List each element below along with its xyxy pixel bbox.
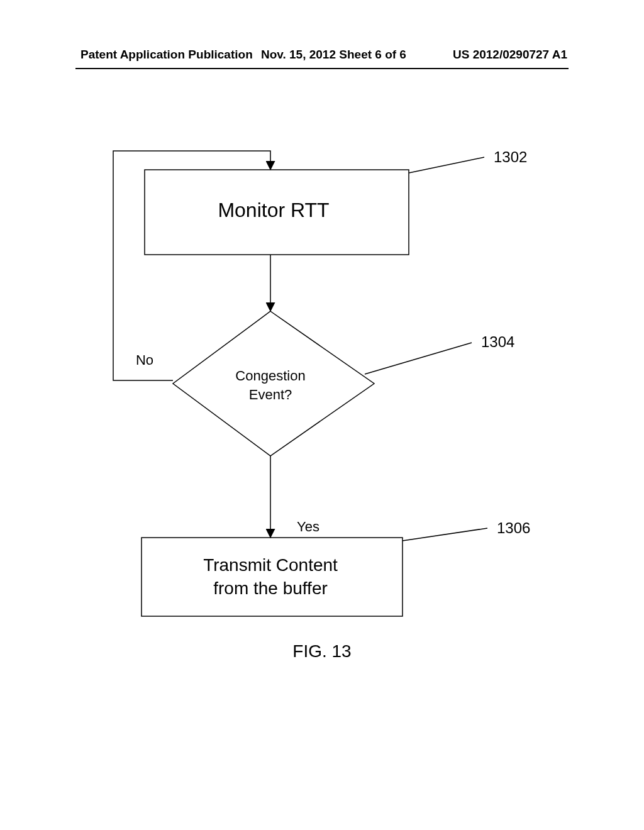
label-no: No <box>136 352 153 368</box>
header-date-sheet: Nov. 15, 2012 Sheet 6 of 6 <box>261 48 406 62</box>
process-box-transmit <box>142 538 402 616</box>
label-yes: Yes <box>297 519 319 534</box>
header-publication: Patent Application Publication <box>80 48 253 62</box>
decision-diamond <box>173 311 374 456</box>
box2-label-1: Transmit Content <box>203 555 338 575</box>
feedback-arrow-no <box>113 151 270 380</box>
decision-label-2: Event? <box>249 387 292 402</box>
ref-1304: 1304 <box>481 333 514 350</box>
ref-leader-1302 <box>409 157 484 173</box>
ref-leader-1304 <box>365 343 472 374</box>
flowchart-diagram: Monitor RTT 1302 Congestion Event? 1304 … <box>82 145 560 648</box>
ref-leader-1306 <box>402 528 487 541</box>
ref-1306: 1306 <box>497 519 530 536</box>
figure-caption: FIG. 13 <box>0 641 644 661</box>
box1-label: Monitor RTT <box>218 199 329 221</box>
box2-label-2: from the buffer <box>213 578 328 598</box>
decision-label-1: Congestion <box>235 368 305 384</box>
header-patent-number: US 2012/0290727 A1 <box>453 48 567 62</box>
header-divider <box>75 68 569 69</box>
ref-1302: 1302 <box>494 148 527 165</box>
